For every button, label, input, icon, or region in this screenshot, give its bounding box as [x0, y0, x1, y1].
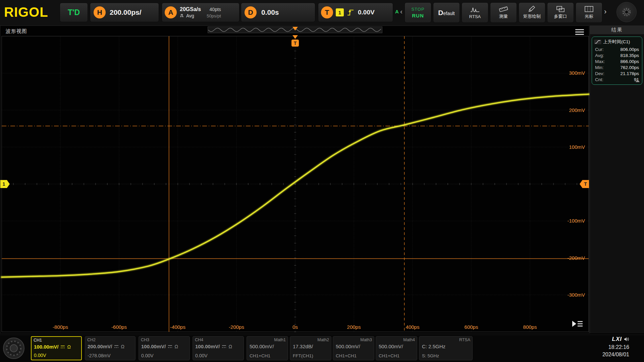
- expand-card-icon[interactable]: [636, 79, 640, 82]
- rise-time-measurement-card[interactable]: 上升时间(C1) Cur:806.00ps Avg:818.35ps Max:8…: [592, 37, 642, 85]
- rtsa-button[interactable]: RTSA: [462, 2, 488, 23]
- stop-label: STOP: [411, 7, 424, 12]
- channel-box-ch4[interactable]: CH4 100.00mV/ Ω 0.00V: [193, 336, 244, 360]
- channel-name: CH1: [34, 338, 42, 343]
- impedance-icon: Ω: [174, 344, 178, 349]
- trigger-status-box[interactable]: T'D: [60, 3, 88, 22]
- result-bar-toggle-icon[interactable]: [571, 319, 584, 329]
- delay-value: 0.00s: [261, 8, 279, 16]
- trigger-slope-icon: [346, 8, 355, 17]
- trigger-position-flag[interactable]: T: [291, 40, 299, 47]
- horizontal-badge: H: [94, 6, 106, 18]
- channel-scale: 100.00mV/: [34, 344, 58, 350]
- dc-coupling-icon: [167, 345, 173, 349]
- measurement-row: Min:762.00ps: [592, 64, 642, 70]
- math-box-math2[interactable]: Math2 17.32dB/ FFT(CH1): [290, 336, 331, 360]
- channel-box-ch1[interactable]: CH1 100.00mV/ Ω 0.00V: [31, 336, 82, 360]
- memory-depth: 40pts: [210, 7, 221, 12]
- channel-name: CH4: [195, 338, 203, 342]
- trigger-settings-box[interactable]: T 1 0.00V: [318, 3, 393, 22]
- x-axis-label: 600ps: [465, 324, 478, 330]
- horizontal-scale-box[interactable]: H 200.00ps/: [90, 3, 159, 22]
- trigger-status-label: T'D: [68, 8, 80, 17]
- rigol-logo: RIGOL: [4, 5, 48, 20]
- results-panel-title: 结果: [590, 25, 644, 34]
- channel-offset: 0.00V: [34, 353, 46, 358]
- channel-scale: 100.00mV/: [195, 344, 220, 349]
- cursor-button[interactable]: 光标: [576, 2, 602, 23]
- results-panel: 结果 上升时间(C1) Cur:806.00ps Avg:818.35ps Ma…: [590, 25, 644, 334]
- channel-name: CH2: [87, 338, 96, 342]
- dc-coupling-icon: [221, 345, 227, 349]
- run-label: RUN: [412, 13, 424, 18]
- measure-button[interactable]: 测量: [490, 2, 517, 23]
- measurement-row: Cnt:91: [592, 76, 642, 82]
- acquire-mode: Avg: [186, 13, 194, 18]
- impedance-icon: Ω: [67, 344, 70, 350]
- assistant-icon[interactable]: [616, 2, 637, 22]
- pencil-icon: [527, 6, 537, 12]
- rect-draw-button[interactable]: 矩形绘制: [519, 2, 545, 23]
- clock-time: 18:22:16: [602, 344, 629, 350]
- x-axis-label: -400ps: [170, 324, 185, 330]
- trigger-level: 0.00V: [358, 9, 375, 16]
- channel-offset: 0.00V: [141, 353, 154, 358]
- run-stop-button[interactable]: STOP RUN: [405, 2, 431, 23]
- x-axis-label: -200ps: [229, 324, 244, 330]
- horizontal-scale-value: 200.00ps/: [110, 8, 142, 16]
- default-button[interactable]: Default: [433, 2, 460, 23]
- multi-window-button[interactable]: 多窗口: [547, 2, 574, 23]
- spectrum-icon: [470, 6, 480, 13]
- waveform-view: 波形视图 T 1 T -800ps-600ps-400ps-200ps0s200…: [0, 25, 589, 334]
- math-box-math4[interactable]: Math4 500.00mV/ CH1+CH1: [376, 336, 417, 360]
- ruler-icon: [498, 6, 508, 12]
- avg-mode-icon: [180, 14, 185, 18]
- channel-offset: -278.08mV: [88, 353, 110, 358]
- impedance-icon: Ω: [228, 344, 232, 349]
- channel-name: CH3: [141, 338, 149, 342]
- dc-coupling-icon: [114, 345, 119, 349]
- sample-rate: 20GSa/s: [180, 6, 201, 12]
- multifunction-knob-icon[interactable]: [3, 336, 25, 362]
- acquisition-badge: A: [165, 6, 177, 18]
- collapse-toolbar-icon[interactable]: ‹: [400, 7, 402, 15]
- gear-icon: [621, 6, 632, 18]
- impedance-icon: Ω: [121, 344, 124, 349]
- y-axis-label: -200mV: [567, 255, 585, 261]
- x-axis-label: 0s: [292, 324, 298, 330]
- horizontal-delay-box[interactable]: D 0.00s: [241, 3, 315, 22]
- y-axis-label: 300mV: [569, 70, 585, 76]
- rtsa-span: S: 5GHz: [422, 353, 439, 358]
- multi-window-icon: [555, 6, 566, 12]
- channel-box-ch2[interactable]: CH2 200.00mV/ Ω -278.08mV: [85, 336, 136, 360]
- math-box-math1[interactable]: Math1 500.00mV/ CH1+CH1: [247, 336, 288, 360]
- trigger-source: 1: [336, 8, 344, 16]
- waveform-plot[interactable]: [0, 26, 590, 334]
- speaker-icon[interactable]: [624, 337, 629, 342]
- dc-coupling-icon: [60, 345, 65, 349]
- measurement-row: Avg:818.35ps: [592, 52, 642, 58]
- channel-scale: 200.00mV/: [88, 344, 112, 349]
- trigger-position-triangle[interactable]: [292, 35, 298, 39]
- y-axis-label: -300mV: [567, 292, 585, 298]
- channel-box-ch3[interactable]: CH3 100.00mV/ Ω 0.00V: [139, 336, 190, 360]
- math-box-math3[interactable]: Math3 500.00mV/ CH1+CH1: [333, 336, 374, 360]
- x-axis-label: 800ps: [523, 324, 537, 330]
- rtsa-box[interactable]: RTSA C: 2.5GHz S: 5GHz: [419, 336, 473, 360]
- status-clock: LXI 18:22:16 2024/08/01: [602, 336, 629, 358]
- x-axis-label: -600ps: [111, 324, 127, 330]
- clock-date: 2024/08/01: [602, 352, 629, 358]
- more-tools-icon[interactable]: ›: [604, 7, 606, 16]
- y-axis-label: 200mV: [569, 107, 585, 113]
- channel-offset: 0.00V: [195, 353, 208, 358]
- bottom-bar: CH1 100.00mV/ Ω 0.00V CH2 200.00mV/ Ω -2…: [0, 335, 644, 362]
- measurement-row: Dev:21.178ps: [592, 70, 642, 76]
- channel-scale: 100.00mV/: [141, 344, 166, 349]
- rise-time-icon: [594, 40, 601, 44]
- acquisition-box[interactable]: A 20GSa/s Avg 40pts 50ps/pt: [162, 3, 239, 22]
- x-axis-label: -800ps: [53, 324, 68, 330]
- trigger-sweep-mode: A: [395, 9, 399, 14]
- measurement-row: Cur:806.00ps: [592, 46, 642, 52]
- x-axis-label: 400ps: [406, 324, 420, 330]
- sample-resolution: 50ps/pt: [207, 13, 221, 18]
